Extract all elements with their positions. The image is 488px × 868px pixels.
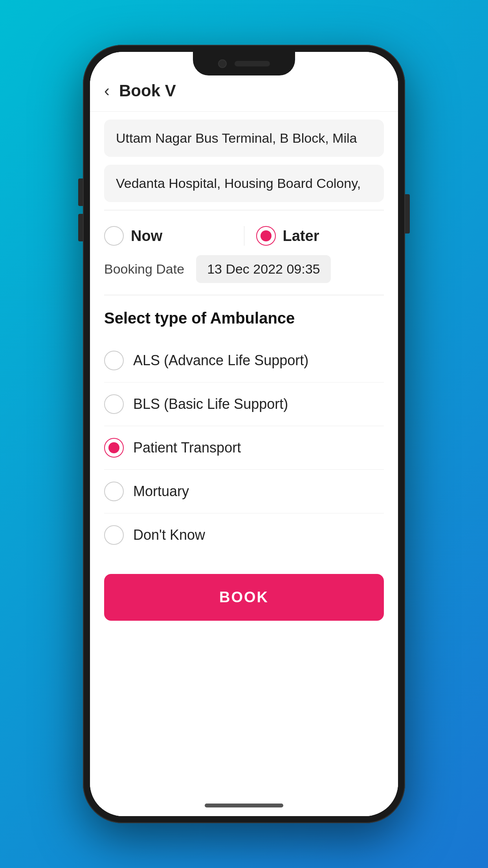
dont-know-radio[interactable] (104, 525, 124, 545)
booking-date-label: Booking Date (104, 261, 184, 277)
ambulance-option-patient-transport[interactable]: Patient Transport (104, 426, 384, 470)
ambulance-option-dont-know[interactable]: Don't Know (104, 513, 384, 557)
back-button[interactable]: ‹ (104, 83, 110, 99)
phone-screen: ‹ Book V Uttam Nagar Bus Terminal, B Blo… (90, 52, 398, 816)
phone-frame: ‹ Book V Uttam Nagar Bus Terminal, B Blo… (83, 45, 405, 823)
patient-transport-label: Patient Transport (133, 440, 241, 456)
later-radio[interactable] (256, 226, 276, 246)
bls-radio[interactable] (104, 394, 124, 414)
notch (193, 52, 295, 75)
dont-know-label: Don't Know (133, 527, 205, 543)
ambulance-option-mortuary[interactable]: Mortuary (104, 470, 384, 513)
pickup-input[interactable]: Uttam Nagar Bus Terminal, B Block, Mila (104, 120, 384, 157)
booking-date-picker[interactable]: 13 Dec 2022 09:35 (196, 255, 331, 283)
later-radio-fill (261, 230, 272, 241)
ambulance-section-title: Select type of Ambulance (104, 309, 384, 327)
patient-transport-radio-fill (108, 442, 119, 453)
booking-date-row: Booking Date 13 Dec 2022 09:35 (104, 255, 384, 283)
home-indicator (205, 804, 283, 807)
book-button[interactable]: BOOK (104, 574, 384, 621)
later-option[interactable]: Later (256, 226, 384, 246)
now-radio[interactable] (104, 226, 124, 246)
ambulance-option-bls[interactable]: BLS (Basic Life Support) (104, 383, 384, 426)
now-option[interactable]: Now (104, 226, 244, 246)
divider-1 (104, 210, 384, 210)
screen-content: ‹ Book V Uttam Nagar Bus Terminal, B Blo… (90, 52, 398, 816)
als-radio[interactable] (104, 351, 124, 370)
als-label: ALS (Advance Life Support) (133, 352, 308, 369)
ambulance-section: Select type of Ambulance ALS (Advance Li… (90, 295, 398, 565)
book-button-container: BOOK (90, 565, 398, 640)
speaker (235, 61, 270, 66)
mortuary-radio[interactable] (104, 482, 124, 501)
now-label: Now (131, 228, 162, 245)
bls-label: BLS (Basic Life Support) (133, 396, 288, 412)
schedule-row: Now Later (104, 226, 384, 246)
volume-down-button[interactable] (78, 214, 83, 241)
destination-input[interactable]: Vedanta Hospital, Housing Board Colony, (104, 165, 384, 202)
schedule-section: Now Later Booking Date 13 Dec 2022 09:35 (90, 214, 398, 295)
location-section: Uttam Nagar Bus Terminal, B Block, Mila … (90, 120, 398, 202)
volume-up-button[interactable] (78, 178, 83, 206)
main-content: Uttam Nagar Bus Terminal, B Block, Mila … (90, 112, 398, 816)
power-button[interactable] (405, 194, 410, 234)
patient-transport-radio[interactable] (104, 438, 124, 458)
ambulance-option-als[interactable]: ALS (Advance Life Support) (104, 339, 384, 383)
page-title: Book V (119, 81, 176, 100)
mortuary-label: Mortuary (133, 483, 189, 500)
later-label: Later (283, 228, 319, 245)
front-camera (218, 59, 227, 68)
